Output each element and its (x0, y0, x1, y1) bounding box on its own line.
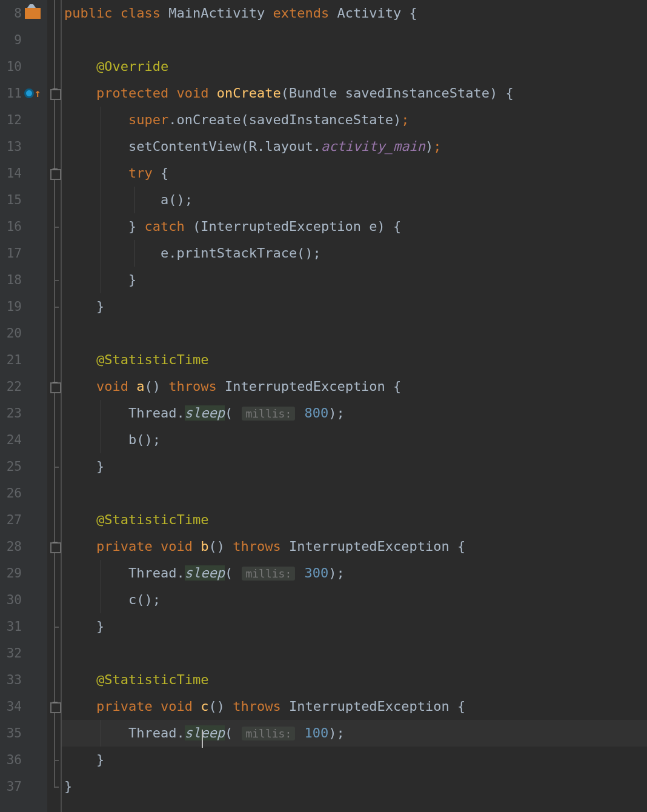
fold-handle[interactable] (47, 160, 61, 187)
code-line[interactable]: @StatisticTime (62, 347, 647, 373)
line-number: 27 (0, 507, 22, 533)
gutter-row[interactable]: 27 (0, 507, 47, 533)
gutter-row[interactable]: 32 (0, 640, 47, 667)
code-line[interactable] (62, 27, 647, 53)
fold-handle[interactable] (47, 693, 61, 720)
code-line[interactable] (62, 320, 647, 347)
gutter-row[interactable]: 37 (0, 773, 47, 800)
line-number: 17 (0, 240, 22, 267)
line-number: 25 (0, 453, 22, 480)
gutter-row[interactable]: 17 (0, 240, 47, 267)
line-number: 33 (0, 667, 22, 693)
gutter-row[interactable]: 11 ↑ (0, 80, 47, 107)
line-number: 32 (0, 640, 22, 667)
fold-handle[interactable] (47, 213, 61, 240)
gutter-row[interactable]: 33 (0, 667, 47, 693)
line-number: 36 (0, 747, 22, 773)
line-number: 16 (0, 213, 22, 240)
gutter-row[interactable]: 19 (0, 293, 47, 320)
gutter-row[interactable]: 30 (0, 587, 47, 613)
gutter-row[interactable]: 8 (0, 0, 47, 27)
line-number: 24 (0, 427, 22, 453)
gutter-row[interactable]: 29 (0, 560, 47, 587)
code-line[interactable]: Thread.sleep( millis: 300); (62, 560, 647, 587)
code-line[interactable]: Thread.sleep( millis: 100); (62, 720, 647, 747)
code-line[interactable]: } (62, 773, 647, 800)
gutter-row[interactable]: 14 (0, 160, 47, 187)
fold-handle[interactable] (47, 373, 61, 400)
code-line[interactable]: a(); (62, 187, 647, 213)
gutter-row[interactable]: 9 (0, 27, 47, 53)
line-number: 20 (0, 320, 22, 347)
code-line[interactable]: @StatisticTime (62, 667, 647, 693)
code-line[interactable]: } (62, 747, 647, 773)
code-line[interactable] (62, 480, 647, 507)
fold-handle[interactable] (47, 293, 61, 320)
parameter-hint: millis: (242, 727, 295, 740)
code-line[interactable]: @StatisticTime (62, 507, 647, 533)
line-number: 18 (0, 267, 22, 293)
fold-handle[interactable] (47, 613, 61, 640)
fold-handle[interactable] (47, 533, 61, 560)
gutter-row[interactable]: 26 (0, 480, 47, 507)
line-number: 31 (0, 613, 22, 640)
gutter-row[interactable]: 25 (0, 453, 47, 480)
fold-handle[interactable] (47, 747, 61, 773)
gutter-row[interactable]: 20 (0, 320, 47, 347)
line-number: 34 (0, 693, 22, 720)
gutter-row[interactable]: 35 (0, 720, 47, 747)
code-line[interactable]: Thread.sleep( millis: 800); (62, 400, 647, 427)
gutter-row[interactable]: 36 (0, 747, 47, 773)
code-line[interactable]: private void b() throws InterruptedExcep… (62, 533, 647, 560)
code-text-area[interactable]: public class MainActivity extends Activi… (62, 0, 647, 812)
fold-handle[interactable] (47, 267, 61, 293)
gutter-row[interactable]: 12 (0, 107, 47, 133)
line-number: 12 (0, 107, 22, 133)
class-file-icon[interactable] (22, 8, 44, 19)
fold-handle[interactable] (47, 80, 61, 107)
gutter-row[interactable]: 16 (0, 213, 47, 240)
fold-handle[interactable] (47, 0, 61, 27)
parameter-hint: millis: (242, 567, 295, 581)
code-line[interactable]: } (62, 613, 647, 640)
line-number: 21 (0, 347, 22, 373)
line-number: 22 (0, 373, 22, 400)
code-line[interactable] (62, 640, 647, 667)
code-line[interactable]: public class MainActivity extends Activi… (62, 0, 647, 27)
line-number: 30 (0, 587, 22, 613)
code-line[interactable]: b(); (62, 427, 647, 453)
gutter-row[interactable]: 22 (0, 373, 47, 400)
code-line[interactable]: c(); (62, 587, 647, 613)
line-number: 11 (0, 80, 22, 107)
gutter-row[interactable]: 13 (0, 133, 47, 160)
line-number: 19 (0, 293, 22, 320)
override-marker-icon[interactable]: ↑ (22, 88, 44, 99)
code-line[interactable]: } catch (InterruptedException e) { (62, 213, 647, 240)
code-editor: 8 9 10 11 ↑ 12 13 14 15 16 17 18 19 20 2… (0, 0, 647, 812)
gutter-row[interactable]: 31 (0, 613, 47, 640)
gutter-row[interactable]: 10 (0, 53, 47, 80)
code-line[interactable]: } (62, 453, 647, 480)
code-line[interactable]: super.onCreate(savedInstanceState); (62, 107, 647, 133)
code-line[interactable]: try { (62, 160, 647, 187)
code-line[interactable]: e.printStackTrace(); (62, 240, 647, 267)
line-number: 8 (0, 0, 22, 27)
gutter-row[interactable]: 24 (0, 427, 47, 453)
code-line[interactable]: protected void onCreate(Bundle savedInst… (62, 80, 647, 107)
line-number: 29 (0, 560, 22, 587)
gutter-row[interactable]: 18 (0, 267, 47, 293)
code-line[interactable]: } (62, 267, 647, 293)
gutter-row[interactable]: 34 (0, 693, 47, 720)
parameter-hint: millis: (242, 407, 295, 421)
gutter-row[interactable]: 15 (0, 187, 47, 213)
fold-handle[interactable] (47, 453, 61, 480)
code-line[interactable]: private void c() throws InterruptedExcep… (62, 693, 647, 720)
code-line[interactable]: void a() throws InterruptedException { (62, 373, 647, 400)
code-line[interactable]: @Override (62, 53, 647, 80)
gutter-row[interactable]: 21 (0, 347, 47, 373)
code-line[interactable]: } (62, 293, 647, 320)
code-line[interactable]: setContentView(R.layout.activity_main); (62, 133, 647, 160)
fold-handle[interactable] (47, 773, 61, 800)
gutter-row[interactable]: 28 (0, 533, 47, 560)
gutter-row[interactable]: 23 (0, 400, 47, 427)
